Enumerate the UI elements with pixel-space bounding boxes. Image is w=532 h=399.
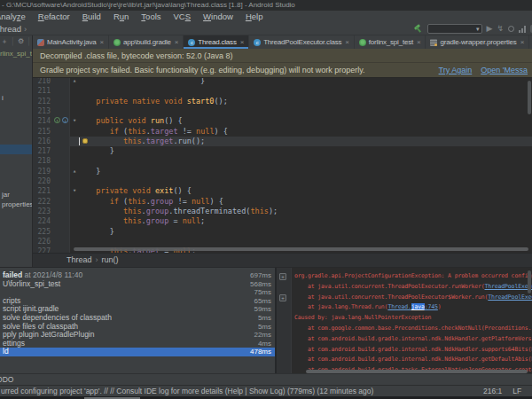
stack-trace-link[interactable]: :745 xyxy=(425,303,438,310)
code-editor[interactable]: 210▴ }211212 private native void start0(… xyxy=(33,78,532,253)
menu-item-build[interactable]: Build xyxy=(76,11,107,23)
build-tree-duration: 5ms xyxy=(258,323,271,332)
code-text[interactable]: private native void start0(); xyxy=(82,97,228,106)
tab-close-icon[interactable]: × xyxy=(175,38,178,46)
caret-position-widget[interactable]: 216:1 xyxy=(483,386,502,396)
tab-close-icon[interactable]: × xyxy=(100,38,104,46)
code-text[interactable]: this.group = null; xyxy=(82,216,205,226)
project-tree-item[interactable]: i xyxy=(2,94,4,102)
code-line[interactable]: 217 } xyxy=(33,146,532,156)
menu-item-refactor[interactable]: Refactor xyxy=(32,11,76,23)
fold-marker-icon[interactable]: ▴ xyxy=(73,167,76,176)
code-line[interactable]: 219▴ } xyxy=(33,167,532,176)
code-text[interactable]: if (this.target != null) { xyxy=(82,127,228,137)
nav-breadcrumb[interactable]: Thread› xyxy=(0,23,27,35)
tab-app-build-gradle[interactable]: app\build.gradle× xyxy=(109,35,184,49)
code-line[interactable]: 220 xyxy=(33,176,532,186)
code-text[interactable]: } xyxy=(82,146,114,156)
fold-marker-icon[interactable]: ▾ xyxy=(73,186,76,196)
line-ending-widget[interactable]: LF xyxy=(512,386,521,396)
code-line[interactable]: 213 xyxy=(33,106,532,116)
gear-icon[interactable]: ⚙ xyxy=(18,37,24,45)
android-studio-window: - G:\MCU\software\AndroidStudio\jre\jre\… xyxy=(0,0,532,399)
code-line[interactable]: 226 xyxy=(33,237,532,246)
code-text[interactable]: public void run() { xyxy=(82,116,183,126)
java-file-icon xyxy=(37,39,44,46)
code-text[interactable]: } xyxy=(82,78,205,86)
stack-trace-link[interactable]: java xyxy=(411,303,425,310)
menu-item-vcs[interactable]: VCS xyxy=(168,11,198,23)
stack-trace-link[interactable]: ThreadPoolExecu xyxy=(488,293,532,301)
apply-changes-icon[interactable]: ↯ xyxy=(497,24,504,34)
tab-threadpoolexecutor-class[interactable]: cThreadPoolExecutor.class× xyxy=(249,35,355,49)
run-icon[interactable]: ▶ xyxy=(487,24,493,34)
menu-item-window[interactable]: Window xyxy=(197,11,239,23)
banner-link-open-messa[interactable]: Open 'Messa xyxy=(481,63,528,77)
banner-link-try-again[interactable]: Try Again xyxy=(439,63,473,77)
project-selected-row[interactable] xyxy=(0,145,33,154)
add-icon[interactable]: ＋ xyxy=(1,36,8,46)
code-line[interactable]: 215 if (this.target != null) { xyxy=(33,127,532,137)
build-console: ++ org.gradle.api.ProjectConfigurationEx… xyxy=(277,268,532,373)
build-hammer-icon[interactable] xyxy=(413,24,423,34)
code-line[interactable]: 211 xyxy=(33,86,532,96)
menu-item-analyze[interactable]: Analyze xyxy=(0,11,32,23)
expand-icon[interactable]: + xyxy=(279,273,286,280)
profiler-icon[interactable] xyxy=(519,25,526,33)
project-tree-item[interactable]: properties xyxy=(2,200,33,208)
code-line[interactable]: 218 xyxy=(33,156,532,166)
code-text[interactable]: } xyxy=(82,167,100,176)
code-line[interactable]: 212 private native void start0(); xyxy=(33,97,532,106)
line-number: 223 xyxy=(33,207,51,215)
tab-forlinx-spi-test[interactable]: forlinx_spi_test× xyxy=(355,35,426,49)
build-tree-row[interactable]: U\forlinx_spi_test568ms xyxy=(0,280,275,289)
tab-close-icon[interactable]: × xyxy=(520,38,524,46)
console-vertical-scrollbar[interactable] xyxy=(528,270,531,293)
line-number: 216 xyxy=(33,137,51,145)
build-tree-row[interactable]: 75ms xyxy=(0,288,275,297)
tab-close-icon[interactable]: × xyxy=(240,38,244,46)
build-tree-row[interactable]: pply plugin JetGradlePlugin22ms xyxy=(0,331,275,340)
breadcrumb-method[interactable]: run() xyxy=(102,255,119,264)
code-line[interactable]: 214↑↓▾ public void run() { xyxy=(33,116,532,126)
code-text[interactable]: if (this.group != null) { xyxy=(82,197,223,207)
fold-marker-icon[interactable]: ▾ xyxy=(73,116,76,126)
menu-item-run[interactable]: Run xyxy=(107,11,135,23)
code-text[interactable]: this.target.run(); xyxy=(82,137,205,146)
build-tree-row[interactable]: ld478ms xyxy=(0,348,275,356)
project-root-node[interactable]: rlinx_spi_test xyxy=(0,50,33,58)
editor-vertical-scrollbar[interactable] xyxy=(528,81,531,114)
tab-thread-class[interactable]: cThread.class× xyxy=(184,35,249,49)
expand-icon[interactable]: + xyxy=(279,294,286,301)
tab-gradle-wrapper-properties[interactable]: gradle-wrapper.properties× xyxy=(426,35,529,49)
editor-horizontal-scrollbar[interactable] xyxy=(74,247,528,251)
editor-breadcrumbs: Thread›run() xyxy=(33,253,532,267)
tab-close-icon[interactable]: × xyxy=(417,38,420,46)
menu-item-tools[interactable]: Tools xyxy=(135,11,167,23)
menu-item-help[interactable]: Help xyxy=(239,11,270,23)
project-tree-item[interactable]: jar xyxy=(2,191,10,199)
fold-marker-icon[interactable]: ▴ xyxy=(73,78,76,86)
run-config-dropdown[interactable]: ▾ xyxy=(427,24,482,34)
build-tree-row[interactable]: ettings4ms xyxy=(0,340,275,348)
debug-icon[interactable] xyxy=(508,26,514,32)
code-line[interactable]: 221▾ private void exit() { xyxy=(33,186,532,196)
code-line[interactable]: 222 if (this.group != null) { xyxy=(33,197,532,207)
code-text[interactable]: this.group.threadTerminated(this); xyxy=(82,207,278,216)
todo-tool-window-button[interactable]: TODO xyxy=(0,374,13,385)
code-text[interactable]: private void exit() { xyxy=(82,186,192,196)
tab-mainactivity-java[interactable]: MainActivity.java× xyxy=(33,35,109,49)
code-line[interactable]: 210▴ } xyxy=(33,78,532,86)
code-line[interactable]: 216 this.target.run(); xyxy=(33,137,532,146)
code-line[interactable]: 225 } xyxy=(33,227,532,237)
tab-label: forlinx_spi_test xyxy=(369,38,413,46)
breadcrumb-class[interactable]: Thread xyxy=(66,255,92,264)
tab-close-icon[interactable]: × xyxy=(345,38,348,46)
overridden-method-icon[interactable]: ↓ xyxy=(62,117,68,123)
code-line[interactable]: 224 this.group = null; xyxy=(33,216,532,226)
code-text[interactable]: } xyxy=(82,227,114,237)
overrides-method-icon[interactable]: ↑ xyxy=(54,117,60,123)
stack-trace-link[interactable]: ThreadPoolExecut xyxy=(485,283,532,290)
stack-trace-link[interactable]: Thread. xyxy=(387,303,411,310)
code-line[interactable]: 223 this.group.threadTerminated(this); xyxy=(33,207,532,216)
